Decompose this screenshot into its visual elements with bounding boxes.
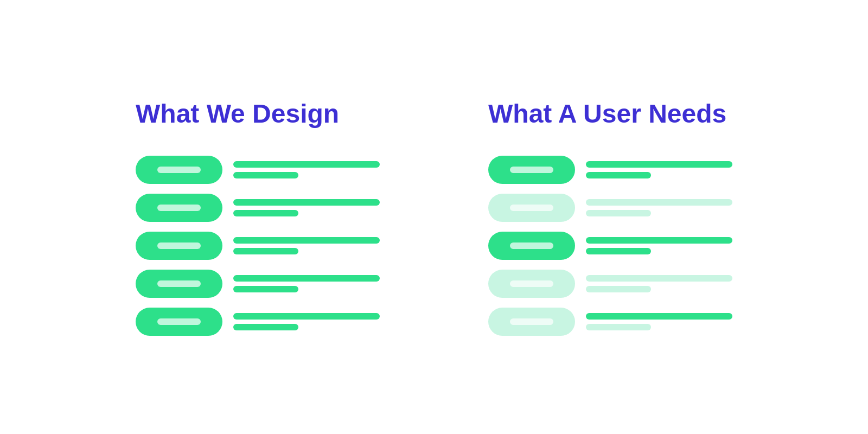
pill-inner-icon bbox=[510, 167, 553, 173]
line-long bbox=[586, 199, 732, 206]
left-panel-title: What We Design bbox=[136, 99, 339, 129]
right-pill-2 bbox=[488, 194, 575, 222]
right-pill-3 bbox=[488, 232, 575, 260]
left-pill-3 bbox=[136, 232, 222, 260]
pill-inner-icon bbox=[510, 318, 553, 325]
table-row bbox=[488, 232, 732, 260]
line-short bbox=[586, 286, 651, 292]
pill-inner-icon bbox=[510, 280, 553, 287]
line-long bbox=[233, 237, 380, 244]
left-lines-1 bbox=[233, 161, 380, 178]
left-panel-rows bbox=[136, 156, 380, 336]
left-lines-3 bbox=[233, 237, 380, 254]
line-short bbox=[233, 172, 298, 178]
pill-inner-icon bbox=[157, 205, 201, 211]
line-long bbox=[233, 161, 380, 168]
right-pill-4 bbox=[488, 270, 575, 298]
left-lines-2 bbox=[233, 199, 380, 216]
line-long bbox=[586, 237, 732, 244]
main-container: What We Design bbox=[0, 66, 868, 368]
line-short bbox=[233, 286, 298, 292]
right-lines-5 bbox=[586, 313, 732, 330]
table-row bbox=[136, 156, 380, 184]
right-panel-rows bbox=[488, 156, 732, 336]
right-lines-3 bbox=[586, 237, 732, 254]
line-short bbox=[586, 324, 651, 330]
table-row bbox=[488, 156, 732, 184]
line-long bbox=[233, 275, 380, 282]
left-panel: What We Design bbox=[136, 99, 380, 336]
line-long bbox=[586, 161, 732, 168]
line-short bbox=[586, 248, 651, 254]
pill-inner-icon bbox=[157, 167, 201, 173]
right-pill-5 bbox=[488, 308, 575, 336]
line-short bbox=[586, 172, 651, 178]
table-row bbox=[488, 194, 732, 222]
right-pill-1 bbox=[488, 156, 575, 184]
table-row bbox=[136, 232, 380, 260]
line-long bbox=[233, 199, 380, 206]
line-long bbox=[586, 275, 732, 282]
pill-inner-icon bbox=[157, 280, 201, 287]
right-lines-2 bbox=[586, 199, 732, 216]
left-pill-5 bbox=[136, 308, 222, 336]
pill-inner-icon bbox=[510, 205, 553, 211]
table-row bbox=[136, 194, 380, 222]
right-lines-4 bbox=[586, 275, 732, 292]
table-row bbox=[136, 308, 380, 336]
left-pill-4 bbox=[136, 270, 222, 298]
right-panel: What A User Needs bbox=[488, 99, 732, 336]
table-row bbox=[488, 308, 732, 336]
right-lines-1 bbox=[586, 161, 732, 178]
left-lines-4 bbox=[233, 275, 380, 292]
line-long bbox=[586, 313, 732, 320]
line-short bbox=[233, 248, 298, 254]
pill-inner-icon bbox=[510, 242, 553, 249]
pill-inner-icon bbox=[157, 242, 201, 249]
right-panel-title: What A User Needs bbox=[488, 99, 726, 129]
left-lines-5 bbox=[233, 313, 380, 330]
line-short bbox=[233, 324, 298, 330]
left-pill-2 bbox=[136, 194, 222, 222]
table-row bbox=[136, 270, 380, 298]
line-short bbox=[233, 210, 298, 216]
table-row bbox=[488, 270, 732, 298]
left-pill-1 bbox=[136, 156, 222, 184]
line-long bbox=[233, 313, 380, 320]
pill-inner-icon bbox=[157, 318, 201, 325]
line-short bbox=[586, 210, 651, 216]
